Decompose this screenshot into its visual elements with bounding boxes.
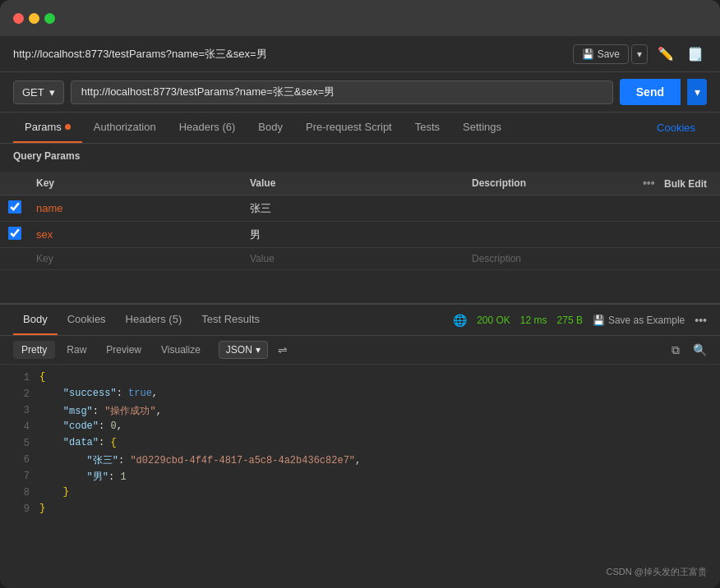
tab-tests-label: Tests <box>415 121 440 133</box>
row1-description[interactable] <box>465 195 621 222</box>
resp-tab-test-results[interactable]: Test Results <box>192 305 270 335</box>
status-code: 200 OK <box>477 315 510 326</box>
send-button[interactable]: Send <box>620 79 681 105</box>
close-button[interactable] <box>13 13 24 24</box>
cookies-link[interactable]: Cookies <box>645 113 707 142</box>
tab-settings-label: Settings <box>463 121 501 133</box>
response-status: 🌐 200 OK 12 ms 275 B 💾 Save as Example •… <box>453 314 707 327</box>
code-line-8: 8 } <box>0 486 720 503</box>
response-tabs: Body Cookies Headers (5) Test Results 🌐 … <box>0 305 720 336</box>
row2-key[interactable]: sex <box>30 222 243 248</box>
save-example-button[interactable]: 💾 Save as Example <box>593 315 685 326</box>
code-line-1: 1 { <box>0 371 720 388</box>
code-line-9: 9 } <box>0 503 720 519</box>
minimize-button[interactable] <box>29 13 39 24</box>
status-time: 12 ms <box>520 315 547 326</box>
code-line-2: 2 "success": true, <box>0 388 720 404</box>
url-input[interactable] <box>71 80 613 104</box>
code-line-7: 7 "男": 1 <box>0 470 720 486</box>
placeholder-key[interactable]: Key <box>30 248 243 270</box>
maximize-button[interactable] <box>44 13 55 24</box>
fmt-tab-visualize[interactable]: Visualize <box>153 341 209 359</box>
row2-value[interactable]: 男 <box>243 222 465 248</box>
response-area: Body Cookies Headers (5) Test Results 🌐 … <box>0 303 720 588</box>
resp-tab-headers[interactable]: Headers (5) <box>116 305 192 335</box>
send-dropdown-button[interactable]: ▾ <box>687 79 707 105</box>
placeholder-check-cell <box>0 248 30 270</box>
placeholder-value[interactable]: Value <box>243 248 465 270</box>
col-actions-header: ••• Bulk Edit <box>621 172 720 195</box>
params-spacer <box>0 270 720 303</box>
dots-icon[interactable]: ••• <box>643 177 655 190</box>
address-url: http://localhost:8773/testParams?name=张三… <box>13 47 573 62</box>
save-button[interactable]: 💾 Save <box>573 44 629 64</box>
tab-headers-label: Headers (6) <box>179 121 236 133</box>
tab-tests[interactable]: Tests <box>404 113 451 143</box>
line-num-1: 1 <box>7 371 30 384</box>
tab-pre-request-label: Pre-request Script <box>306 121 392 133</box>
line-num-8: 8 <box>7 486 30 498</box>
col-key-header: Key <box>30 172 243 195</box>
code-line-5: 5 "data": { <box>0 437 720 453</box>
params-dot <box>65 124 71 130</box>
params-table: Key Value Description ••• Bulk Edit name… <box>0 172 720 270</box>
row1-key[interactable]: name <box>30 195 243 222</box>
code-line-3: 3 "msg": "操作成功", <box>0 404 720 420</box>
line-num-2: 2 <box>7 388 30 400</box>
code-area: 1 { 2 "success": true, 3 "msg": "操作成功", … <box>0 365 720 588</box>
tab-pre-request[interactable]: Pre-request Script <box>294 113 404 143</box>
tab-settings[interactable]: Settings <box>451 113 513 143</box>
save-label: Save <box>598 48 620 60</box>
bulk-edit-label[interactable]: Bulk Edit <box>664 178 707 190</box>
json-format-select[interactable]: JSON ▾ <box>219 341 268 359</box>
col-description-header: Description <box>465 172 621 195</box>
row1-value[interactable]: 张三 <box>243 195 465 222</box>
code-line-4: 4 "code": 0, <box>0 420 720 437</box>
format-actions: ⧉ 🔍 <box>665 343 707 357</box>
row2-check-cell <box>0 222 30 248</box>
line-num-4: 4 <box>7 420 30 433</box>
method-chevron-icon: ▾ <box>49 86 55 99</box>
method-label: GET <box>22 86 44 99</box>
placeholder-description[interactable]: Description <box>465 248 621 270</box>
address-bar: http://localhost:8773/testParams?name=张三… <box>0 36 720 72</box>
row1-actions <box>621 195 720 222</box>
tab-body-label: Body <box>258 121 283 133</box>
fmt-tab-raw[interactable]: Raw <box>58 341 95 359</box>
request-tabs: Params Authorization Headers (6) Body Pr… <box>0 113 720 144</box>
row2-description[interactable] <box>465 222 621 248</box>
placeholder-actions <box>621 248 720 270</box>
copy-icon[interactable]: ⧉ <box>672 343 680 357</box>
table-row: sex 男 <box>0 222 720 248</box>
row2-actions <box>621 222 720 248</box>
wrap-icon[interactable]: ⇌ <box>278 343 288 356</box>
tab-body[interactable]: Body <box>247 113 294 143</box>
tab-authorization[interactable]: Authorization <box>82 113 168 143</box>
resp-tab-body[interactable]: Body <box>13 305 58 335</box>
line-num-7: 7 <box>7 470 30 482</box>
resp-tab-cookies[interactable]: Cookies <box>58 305 116 335</box>
fmt-tab-preview[interactable]: Preview <box>98 341 150 359</box>
table-row: name 张三 <box>0 195 720 222</box>
row2-checkbox[interactable] <box>8 227 21 240</box>
status-size: 275 B <box>557 315 583 326</box>
more-options-button[interactable]: ••• <box>695 314 707 327</box>
line-num-9: 9 <box>7 503 30 515</box>
tab-params[interactable]: Params <box>13 113 82 143</box>
tab-headers[interactable]: Headers (6) <box>168 113 247 143</box>
globe-icon: 🌐 <box>453 314 467 327</box>
save-dropdown-button[interactable]: ▾ <box>631 44 648 64</box>
edit-icon[interactable]: ✏️ <box>654 43 677 65</box>
line-num-5: 5 <box>7 437 30 449</box>
search-icon[interactable]: 🔍 <box>693 343 707 357</box>
format-tabs: Pretty Raw Preview Visualize JSON ▾ ⇌ ⧉ … <box>0 336 720 365</box>
method-select[interactable]: GET ▾ <box>13 80 64 104</box>
fmt-tab-pretty[interactable]: Pretty <box>13 341 55 359</box>
row1-checkbox[interactable] <box>8 200 21 214</box>
tab-authorization-label: Authorization <box>94 121 156 133</box>
save-example-icon: 💾 <box>593 315 605 326</box>
watermark: CSDN @掉头发的王富贵 <box>607 566 707 578</box>
document-icon[interactable]: 🗒️ <box>684 43 707 65</box>
tab-params-label: Params <box>25 121 62 133</box>
col-value-header: Value <box>243 172 465 195</box>
